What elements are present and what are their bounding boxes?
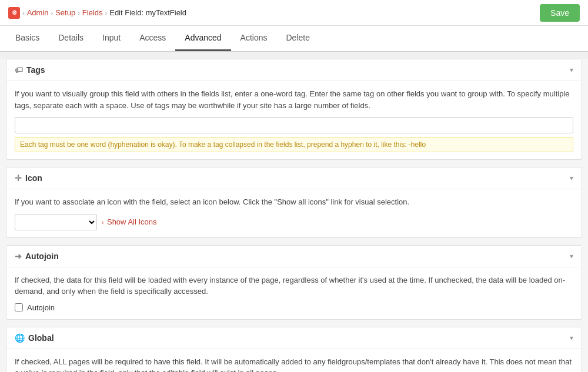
section-icon-title: ✛ Icon [15,173,42,183]
section-global-title: 🌐 Global [15,333,54,343]
section-global-body: If checked, ALL pages will be required t… [6,349,582,373]
icon-section-icon: ✛ [15,173,22,183]
tags-icon: 🏷 [15,65,23,75]
tab-delete[interactable]: Delete [277,26,319,51]
tab-input[interactable]: Input [93,26,130,51]
icon-select-row: › Show All Icons [15,214,573,230]
breadcrumb-setup[interactable]: Setup [55,8,75,17]
icon-chevron-icon: ▾ [570,174,573,182]
breadcrumb-current: Edit Field: myTextField [109,8,186,17]
topbar: ⚙ › Admin › Setup › Fields › Edit Field:… [0,0,588,26]
arrow-right-icon: › [102,219,103,226]
tab-actions[interactable]: Actions [231,26,277,51]
global-icon: 🌐 [15,333,25,343]
section-autojoin: ➜ Autojoin ▾ If checked, the data for th… [6,245,582,320]
autojoin-icon: ➜ [15,252,22,261]
tab-details[interactable]: Details [49,26,93,51]
tabs-bar: Basics Details Input Access Advanced Act… [0,26,588,52]
section-icon-body: If you want to associate an icon with th… [6,189,582,237]
section-tags-body: If you want to visually group this field… [6,81,582,159]
section-global-header[interactable]: 🌐 Global ▾ [6,327,582,349]
tags-chevron-icon: ▾ [570,66,573,74]
global-chevron-icon: ▾ [570,334,573,342]
section-autojoin-body: If checked, the data for this field will… [6,267,582,319]
autojoin-checkbox-row: Autojoin [15,303,573,312]
global-description: If checked, ALL pages will be required t… [15,356,573,373]
autojoin-description: If checked, the data for this field will… [15,274,573,297]
show-all-icons-link[interactable]: › Show All Icons [102,217,157,226]
section-tags: 🏷 Tags ▾ If you want to visually group t… [6,59,582,160]
breadcrumb: ⚙ › Admin › Setup › Fields › Edit Field:… [8,7,186,19]
section-tags-header[interactable]: 🏷 Tags ▾ [6,59,582,81]
autojoin-checkbox-label[interactable]: Autojoin [27,303,55,312]
section-global: 🌐 Global ▾ If checked, ALL pages will be… [6,327,582,373]
section-icon: ✛ Icon ▾ If you want to associate an ico… [6,167,582,238]
section-autojoin-header[interactable]: ➜ Autojoin ▾ [6,246,582,267]
tab-basics[interactable]: Basics [6,26,49,51]
tags-hint: Each tag must be one word (hyphenation i… [15,137,573,152]
breadcrumb-admin[interactable]: Admin [27,8,49,17]
breadcrumb-fields[interactable]: Fields [82,8,103,17]
autojoin-chevron-icon: ▾ [570,252,573,260]
icon-description: If you want to associate an icon with th… [15,196,573,208]
section-tags-title: 🏷 Tags [15,65,45,75]
autojoin-checkbox[interactable] [15,303,23,311]
save-button-top[interactable]: Save [540,4,580,22]
tab-advanced[interactable]: Advanced [175,26,230,51]
section-icon-header[interactable]: ✛ Icon ▾ [6,167,582,189]
tab-access[interactable]: Access [130,26,175,51]
icon-select[interactable] [15,214,97,230]
tags-description: If you want to visually group this field… [15,88,573,111]
main-content: 🏷 Tags ▾ If you want to visually group t… [0,59,588,372]
admin-icon: ⚙ [8,7,20,19]
tags-input[interactable] [15,117,573,133]
section-autojoin-title: ➜ Autojoin [15,252,59,261]
